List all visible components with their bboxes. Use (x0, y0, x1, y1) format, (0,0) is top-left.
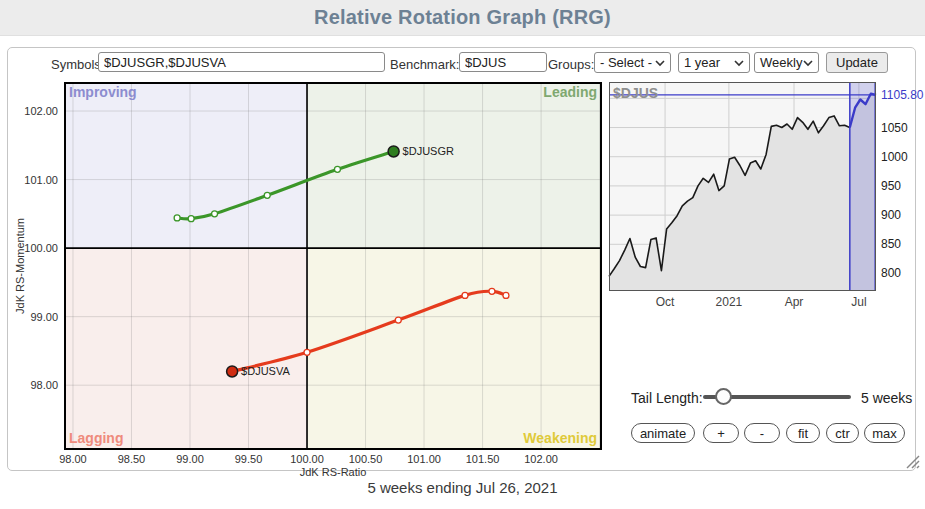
y-axis-tick-label: 99.00 (30, 311, 58, 323)
mini-x-tick-label: Jul (851, 295, 866, 309)
max-button[interactable]: max (864, 423, 905, 443)
mini-x-tick-label: 2021 (716, 295, 743, 309)
tail-point[interactable] (264, 192, 270, 198)
x-axis-tick-label: 99.50 (235, 453, 263, 465)
tail-point[interactable] (188, 216, 194, 222)
zoom-out-button[interactable]: - (744, 423, 780, 443)
y-axis-tick-label: 100.00 (24, 242, 58, 254)
chevron-down-icon (655, 60, 665, 66)
y-axis-title: JdK RS-Momentum (14, 218, 26, 314)
tail-point[interactable] (212, 211, 218, 217)
x-axis-tick-label: 101.00 (407, 453, 441, 465)
head-marker-$DJUSGR[interactable] (388, 146, 399, 157)
quadrant-label-weakening: Weakening (523, 430, 597, 446)
x-axis-tick-label: 102.00 (524, 453, 558, 465)
rrg-panel: Symbols: Benchmark: Groups: - Select - 1… (7, 47, 916, 471)
mini-y-tick-label: 950 (881, 179, 901, 193)
chevron-down-icon (734, 60, 744, 66)
quadrant-lagging (65, 248, 307, 449)
zoom-in-button[interactable]: + (703, 423, 739, 443)
period-select[interactable]: 1 year (678, 52, 750, 73)
mini-y-tick-label: 850 (881, 237, 901, 251)
fit-button[interactable]: fit (786, 423, 820, 443)
title-bar: Relative Rotation Graph (RRG) (0, 0, 925, 36)
footer-caption: 5 weeks ending Jul 26, 2021 (0, 479, 925, 496)
update-button[interactable]: Update (826, 52, 888, 73)
y-axis-tick-label: 98.00 (30, 379, 58, 391)
tail-point[interactable] (174, 215, 180, 221)
ctr-button[interactable]: ctr (826, 423, 859, 443)
rrg-app: Relative Rotation Graph (RRG) Symbols: B… (0, 0, 925, 509)
quadrant-label-leading: Leading (543, 84, 597, 100)
series-label-$DJUSVA: $DJUSVA (241, 365, 290, 377)
tail-point[interactable] (489, 288, 495, 294)
tail-point[interactable] (462, 292, 468, 298)
quadrant-improving (65, 83, 307, 248)
frequency-select[interactable]: Weekly (754, 52, 819, 73)
x-axis-title: JdK RS-Ratio (300, 466, 367, 478)
tail-point[interactable] (304, 349, 310, 355)
page-title: Relative Rotation Graph (RRG) (0, 0, 925, 35)
mini-y-tick-label: 800 (881, 266, 901, 280)
quadrant-weakening (307, 248, 601, 449)
head-marker-$DJUSVA[interactable] (227, 366, 238, 377)
current-price-label: 1105.80 (881, 88, 924, 102)
tail-point[interactable] (334, 166, 340, 172)
x-axis-tick-label: 100.00 (290, 453, 324, 465)
y-axis-tick-label: 102.00 (24, 105, 58, 117)
tail-length-slider-thumb[interactable] (715, 388, 732, 405)
series-label-$DJUSGR: $DJUSGR (403, 145, 454, 157)
period-select-value: 1 year (684, 55, 720, 70)
mini-chart-symbol-label: $DJUS (613, 85, 658, 101)
tail-point[interactable] (503, 292, 509, 298)
mini-y-tick-label: 1050 (881, 121, 908, 135)
rrg-chart: ImprovingLeadingLaggingWeakening$DJUSGR$… (8, 48, 608, 472)
y-axis-tick-label: 101.00 (24, 174, 58, 186)
x-axis-tick-label: 98.00 (59, 453, 87, 465)
mini-x-tick-label: Oct (656, 295, 675, 309)
animate-button[interactable]: animate (631, 423, 695, 443)
x-axis-tick-label: 101.50 (466, 453, 500, 465)
frequency-select-value: Weekly (760, 55, 802, 70)
quadrant-label-improving: Improving (69, 84, 137, 100)
mini-x-tick-label: Apr (785, 295, 804, 309)
tail-point[interactable] (395, 317, 401, 323)
mini-y-tick-label: 1000 (881, 150, 908, 164)
benchmark-mini-chart: $DJUS105010009509008508001105.80Oct2021A… (609, 82, 916, 317)
quadrant-label-lagging: Lagging (69, 430, 123, 446)
x-axis-tick-label: 99.00 (176, 453, 204, 465)
resize-handle[interactable] (904, 453, 920, 469)
chevron-down-icon (803, 60, 813, 66)
mini-y-tick-label: 900 (881, 208, 901, 222)
tail-length-label: Tail Length: (631, 390, 703, 406)
x-axis-tick-label: 98.50 (118, 453, 146, 465)
tail-length-value: 5 weeks (861, 390, 912, 406)
x-axis-tick-label: 100.50 (349, 453, 383, 465)
